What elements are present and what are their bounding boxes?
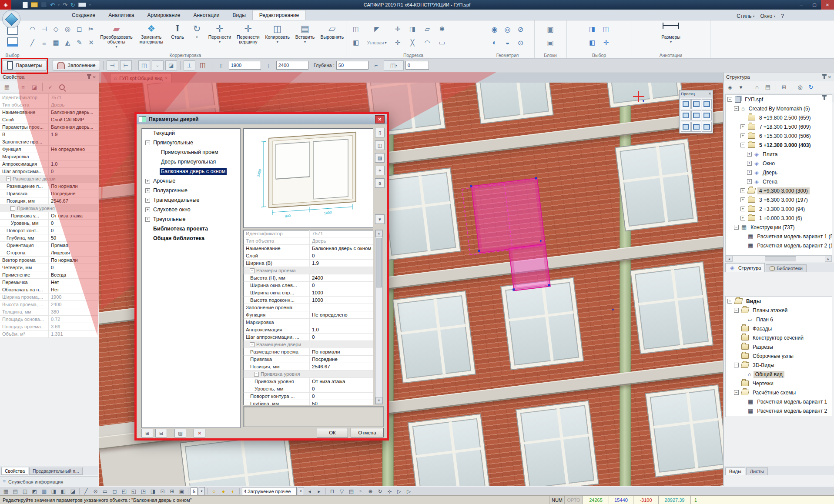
structure-tree-item[interactable]: ▦Расчетная модель вариант 2 (10	[726, 241, 832, 250]
ribbon-tab-6[interactable]: Редактирование	[252, 10, 306, 20]
ribbon-icon[interactable]: ✎	[77, 39, 82, 47]
ribbon-icon[interactable]: ▣	[547, 25, 553, 33]
structure-tree-item[interactable]: −⌂Created By Monomakh (5)	[726, 104, 832, 113]
property-row[interactable]: Обозначать на п...Нет	[0, 286, 98, 294]
tool-icon[interactable]: ≈	[357, 488, 365, 494]
projection-button[interactable]	[702, 99, 712, 109]
picture-icon[interactable]: ▨	[375, 153, 385, 163]
select-face-icon[interactable]	[7, 37, 18, 47]
ribbon-icon[interactable]: ⊘	[518, 25, 523, 33]
box-trim-icon[interactable]: ▭	[439, 39, 445, 47]
door-type-item[interactable]: +Трапецеидальные	[142, 195, 240, 205]
property-row[interactable]: Шаг аппроксима...0	[0, 168, 98, 175]
ribbon-icon[interactable]: ◉	[492, 25, 498, 33]
property-row[interactable]: ПеремычкаНет	[0, 279, 98, 286]
steel-button[interactable]: IСталь	[167, 20, 188, 51]
expand-icon[interactable]: +	[740, 188, 745, 193]
expand-icon[interactable]: −	[734, 106, 739, 111]
views-tree-item[interactable]: Фасады	[726, 324, 832, 333]
property-row[interactable]: Ширина (В)1.9	[244, 260, 373, 267]
property-row[interactable]: ПрименениеВсегда	[0, 271, 98, 279]
expand-icon[interactable]: +	[145, 188, 150, 193]
property-row[interactable]: Аппроксимация1.0	[244, 326, 373, 334]
expand-icon[interactable]: +	[747, 170, 752, 175]
projection-button[interactable]	[681, 122, 691, 132]
door-type-item[interactable]: +Треугольные	[142, 214, 240, 224]
property-row[interactable]: Ширина проема,...1900	[0, 294, 98, 301]
property-row[interactable]: Маркировка	[244, 319, 373, 326]
menu-2[interactable]: Окно▾	[758, 12, 777, 20]
add-to-library-icon[interactable]: ⊞	[141, 429, 153, 437]
ribbon-icon[interactable]: ⊙	[518, 39, 523, 47]
views-tree-item[interactable]: −Расчётные схемы	[726, 388, 832, 397]
close-button[interactable]: ✕	[821, 0, 834, 10]
property-row[interactable]: Поворот контура ...0	[244, 393, 373, 400]
position-left-icon[interactable]: ◫	[138, 60, 150, 70]
expand-icon[interactable]: +	[740, 124, 745, 129]
tool-icon[interactable]: ▸	[315, 488, 323, 494]
collapse-icon[interactable]: −	[250, 268, 255, 273]
expand-icon[interactable]: +	[747, 152, 752, 157]
tool-icon[interactable]: ◳	[139, 488, 147, 494]
property-row[interactable]: Идентификатор7571	[244, 230, 373, 237]
property-row[interactable]: Тип объектаДверь	[244, 237, 373, 245]
property-row[interactable]: Параметры прое...Балконная дверь...	[0, 123, 98, 131]
export-icon[interactable]: ▤	[764, 83, 772, 91]
window[interactable]	[471, 83, 553, 123]
extend-icon[interactable]: ◤	[374, 25, 379, 33]
tool-icon[interactable]: ↻	[376, 488, 384, 494]
property-row[interactable]: Четверти, мм0	[0, 264, 98, 271]
collapse-icon[interactable]: −	[10, 206, 15, 211]
expand-icon[interactable]: +	[145, 207, 150, 212]
close-panel-icon[interactable]: ✕	[828, 75, 831, 80]
ribbon-icon[interactable]: ◻	[77, 25, 82, 33]
expand-icon[interactable]: −	[734, 225, 739, 230]
fill-type-dropdown[interactable]: ◫ ▾	[384, 60, 404, 70]
door-style-icon[interactable]: ◫	[197, 60, 209, 70]
property-row[interactable]: Высота подоконн...1000	[244, 297, 373, 304]
property-row[interactable]: ФункцияНе определено	[0, 146, 98, 153]
projection-button[interactable]	[681, 110, 691, 120]
property-group-row[interactable]: −Размещение двери	[0, 175, 98, 183]
align-button[interactable]: ▱Выровнять	[318, 20, 346, 51]
tool-icon[interactable]: ▣	[178, 488, 186, 494]
pin-icon[interactable]	[824, 75, 825, 79]
projection-button[interactable]	[691, 122, 701, 132]
property-row[interactable]: Шаг аппроксимации, ...0	[244, 334, 373, 341]
restore-button[interactable]: ▢	[808, 0, 821, 10]
door-type-item[interactable]: +Арочные	[142, 176, 240, 186]
dimensions-button[interactable]: Размеры ▾	[653, 20, 688, 51]
ribbon-tab-3[interactable]: Армирование	[141, 10, 187, 20]
home-level-icon[interactable]: ⌂	[753, 83, 761, 91]
door-type-item[interactable]: −Прямоугольные	[142, 138, 240, 147]
trim-settings-icon[interactable]: ✱	[439, 25, 445, 33]
split-icon[interactable]: ✛	[395, 25, 401, 33]
rotate-button[interactable]: ↻▾	[188, 20, 206, 51]
views-tree-item[interactable]: Разрезы	[726, 342, 832, 351]
save-type-icon[interactable]: ⊟	[155, 429, 167, 437]
tool-icon[interactable]: ⊡	[158, 488, 167, 494]
property-row[interactable]: Вектор проемаПо нормали	[0, 257, 98, 264]
replace-materials-button[interactable]: ❖Заменить материалы	[136, 20, 167, 51]
property-row[interactable]: Площадь основа...0.72	[0, 316, 98, 323]
property-row[interactable]: Глубина, мм50	[0, 234, 98, 242]
delete-type-icon[interactable]: ✕	[194, 429, 205, 437]
tool-icon[interactable]: ⊕	[366, 488, 375, 494]
undo-dropdown-icon[interactable]: ▾	[58, 2, 60, 8]
structure-tree-item[interactable]: 8 +19.800 2.500 (659)	[726, 113, 832, 122]
load-case-combo[interactable]: 4.Загружение прочее	[242, 487, 297, 495]
apply-icon[interactable]: ✓	[46, 83, 55, 91]
close-panel-icon[interactable]: ✕	[93, 75, 96, 80]
ribbon-icon[interactable]: ◨	[589, 25, 595, 33]
palette-close-icon[interactable]: ✕	[708, 92, 711, 96]
sapfir-logo-icon[interactable]	[2, 10, 20, 28]
position-right-icon[interactable]: ◪	[165, 60, 177, 70]
anchor-left-icon[interactable]: ⊣	[107, 60, 118, 70]
property-row[interactable]: Размещение п...По нормали	[0, 183, 98, 190]
collapse-icon[interactable]: −	[254, 372, 259, 377]
door-type-item[interactable]: Балконная дверь с окном	[142, 167, 240, 176]
views-tree-item[interactable]: ▦Расчетная модель вариант 2	[726, 406, 832, 415]
ribbon-icon[interactable]: ✛	[603, 39, 609, 47]
refresh-icon[interactable]: ↻	[807, 83, 815, 91]
property-row[interactable]: ПривязкаПосредине	[244, 356, 373, 363]
